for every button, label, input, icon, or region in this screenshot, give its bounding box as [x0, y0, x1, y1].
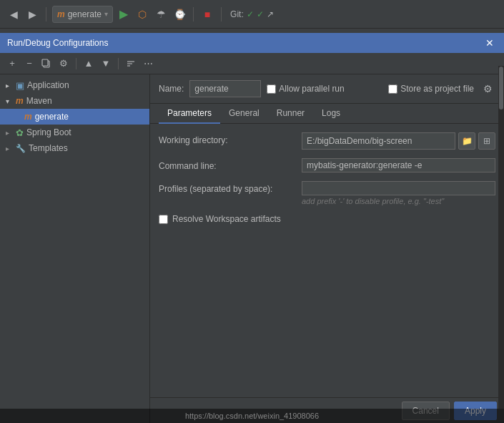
tree-item-maven-label: Maven — [26, 96, 52, 106]
maven-generate-icon: m — [24, 112, 32, 122]
expand-arrow-templates-icon: ▸ — [6, 145, 13, 152]
move-up-button[interactable]: ▲ — [81, 56, 97, 72]
maven-icon: m — [57, 9, 65, 19]
working-dir-expand-button[interactable]: ⊞ — [478, 132, 495, 150]
expand-arrow-icon: ▸ — [6, 82, 13, 89]
profiles-hint: add prefix '-' to disable profile, e.g. … — [302, 197, 495, 205]
separator-3 — [221, 7, 222, 21]
tab-runner[interactable]: Runner — [268, 104, 313, 124]
watermark-text: https://blog.csdn.net/weixin_41908066 — [185, 412, 319, 420]
expand-arrow-spring-icon: ▸ — [6, 129, 13, 137]
watermark: https://blog.csdn.net/weixin_41908066 — [0, 409, 504, 423]
sort-button[interactable] — [123, 56, 139, 72]
run-debug-dialog: Run/Debug Configurations ✕ + − ⚙ ▲ ▼ ⋯ — [0, 33, 504, 423]
command-line-label: Command line: — [159, 158, 302, 171]
run-config-name: generate — [68, 9, 102, 19]
working-dir-input[interactable] — [302, 132, 455, 150]
tree-item-generate-label: generate — [35, 112, 69, 122]
dialog-toolbar: + − ⚙ ▲ ▼ ⋯ — [0, 53, 504, 74]
working-dir-row: Working directory: 📁 ⊞ — [159, 132, 495, 150]
dtb-sep2 — [118, 58, 119, 69]
allow-parallel-label[interactable]: Allow parallel run — [267, 84, 344, 94]
profiles-field: add prefix '-' to disable profile, e.g. … — [302, 181, 495, 205]
copy-icon — [41, 59, 51, 69]
tree-item-templates[interactable]: ▸ 🔧 Templates — [0, 140, 149, 156]
git-check2-icon: ✓ — [257, 9, 264, 19]
remove-config-button[interactable]: − — [21, 56, 37, 72]
back-button[interactable]: ◀ — [6, 6, 21, 22]
stop-button[interactable]: ■ — [199, 6, 215, 22]
profile-button[interactable]: ⌚ — [172, 6, 187, 22]
debug-button[interactable]: ⬡ — [134, 6, 150, 22]
dialog-body: ▸ ▣ Application ▾ m Maven m generate ▸ ✿… — [0, 74, 504, 423]
store-as-project-checkbox[interactable] — [388, 84, 397, 94]
git-check1-icon: ✓ — [247, 9, 254, 19]
app-icon: ▣ — [16, 80, 24, 91]
separator-2 — [193, 7, 194, 21]
store-as-project-label[interactable]: Store as project file — [388, 84, 474, 94]
close-button[interactable]: ✕ — [483, 36, 497, 50]
git-area: Git: ✓ ✓ ↗ — [230, 9, 274, 19]
scroll-track — [498, 74, 504, 409]
svg-rect-1 — [42, 59, 48, 66]
git-arrow-icon: ↗ — [267, 9, 274, 19]
copy-config-button[interactable] — [39, 56, 54, 72]
command-line-row: Command line: — [159, 158, 495, 172]
scroll-thumb[interactable] — [499, 74, 503, 110]
expand-arrow-maven-icon: ▾ — [6, 97, 13, 105]
profiles-input[interactable] — [302, 181, 495, 195]
add-config-button[interactable]: + — [4, 56, 20, 72]
tree-item-application[interactable]: ▸ ▣ Application — [0, 77, 149, 93]
git-label: Git: — [230, 9, 244, 19]
allow-parallel-checkbox[interactable] — [267, 84, 276, 94]
tab-logs[interactable]: Logs — [313, 104, 349, 124]
resolve-workspace-checkbox[interactable] — [159, 215, 168, 224]
run-config-dropdown[interactable]: m generate ▾ — [52, 6, 113, 23]
top-toolbar: ◀ ▶ m generate ▾ ▶ ⬡ ☂ ⌚ ■ Git: ✓ ✓ ↗ — [0, 0, 504, 29]
templates-icon: 🔧 — [16, 144, 26, 153]
working-dir-folder-button[interactable]: 📁 — [458, 132, 475, 150]
move-down-button[interactable]: ▼ — [98, 56, 114, 72]
dialog-title: Run/Debug Configurations — [7, 38, 108, 48]
working-dir-label: Working directory: — [159, 132, 302, 145]
tree-item-templates-label: Templates — [29, 143, 68, 153]
working-dir-field: 📁 ⊞ — [302, 132, 495, 150]
tree-item-application-label: Application — [27, 80, 69, 90]
separator-1 — [46, 7, 46, 21]
tree-item-generate[interactable]: m generate — [0, 109, 149, 125]
tab-parameters[interactable]: Parameters — [159, 104, 220, 124]
name-input[interactable] — [189, 80, 261, 97]
maven-tree-icon: m — [16, 96, 24, 106]
allow-parallel-text: Allow parallel run — [279, 84, 344, 94]
tree-panel: ▸ ▣ Application ▾ m Maven m generate ▸ ✿… — [0, 74, 150, 423]
coverage-button[interactable]: ☂ — [153, 6, 169, 22]
dialog-titlebar: Run/Debug Configurations ✕ — [0, 33, 504, 53]
name-label: Name: — [159, 84, 184, 94]
tab-general[interactable]: General — [220, 104, 268, 124]
sort-icon — [126, 59, 136, 69]
store-gear-button[interactable]: ⚙ — [480, 81, 495, 97]
tree-item-maven[interactable]: ▾ m Maven — [0, 93, 149, 109]
tree-item-spring-boot[interactable]: ▸ ✿ Spring Boot — [0, 125, 149, 140]
settings-config-button[interactable]: ⚙ — [56, 56, 71, 72]
name-row: Name: Allow parallel run Store as projec… — [150, 74, 504, 104]
profiles-row: Profiles (separated by space): add prefi… — [159, 181, 495, 205]
command-line-input[interactable] — [302, 158, 495, 172]
tabs-row: Parameters General Runner Logs — [150, 104, 504, 124]
profiles-label: Profiles (separated by space): — [159, 181, 302, 194]
tab-content-parameters: Working directory: 📁 ⊞ Command line: — [150, 124, 504, 397]
store-as-project-text: Store as project file — [400, 84, 474, 94]
right-panel: Name: Allow parallel run Store as projec… — [150, 74, 504, 423]
run-button[interactable]: ▶ — [116, 6, 132, 22]
command-line-field — [302, 158, 495, 172]
chevron-down-icon: ▾ — [104, 10, 108, 18]
forward-button[interactable]: ▶ — [24, 6, 40, 22]
resolve-workspace-label[interactable]: Resolve Workspace artifacts — [172, 214, 281, 224]
working-dir-input-row: 📁 ⊞ — [302, 132, 495, 150]
dtb-sep1 — [76, 58, 76, 69]
tree-item-spring-boot-label: Spring Boot — [26, 127, 71, 137]
spring-icon: ✿ — [16, 127, 24, 138]
resolve-workspace-row: Resolve Workspace artifacts — [159, 214, 495, 224]
more-options-button[interactable]: ⋯ — [140, 56, 156, 72]
